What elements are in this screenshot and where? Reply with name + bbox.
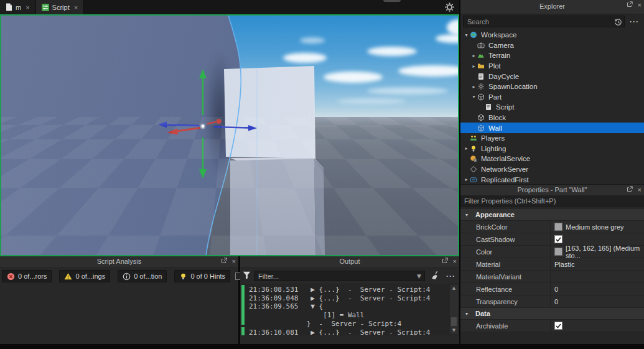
section-label: Appearance <box>475 211 515 218</box>
undock-icon[interactable] <box>442 258 448 266</box>
output-log[interactable]: 21:36:08.531 ▶ {...} - Server - Script:4… <box>240 284 459 335</box>
property-value[interactable] <box>550 320 644 332</box>
tree-item-workspace[interactable]: ▾Workspace <box>460 30 644 40</box>
output-menu-icon[interactable]: ··· <box>446 272 455 281</box>
output-filter-dropdown[interactable]: Filter... ▼ <box>254 271 425 281</box>
tree-item-materialservice[interactable]: MaterialService <box>460 154 644 164</box>
output-line[interactable]: 21:36:10.081 ▶ {...} - Server - Script:4 <box>249 328 448 335</box>
badge-errors[interactable]: 0 of...rors <box>2 270 52 282</box>
close-icon[interactable]: × <box>74 4 78 11</box>
collapse-arrow-icon[interactable]: ▾ <box>465 311 472 317</box>
explorer-menu-icon[interactable]: ··· <box>630 17 639 26</box>
section-header-appearance[interactable]: ▾Appearance <box>460 209 644 221</box>
close-icon[interactable]: × <box>453 258 457 266</box>
filter-funnel-icon[interactable] <box>243 271 251 282</box>
tree-item-script[interactable]: Script <box>460 102 644 113</box>
undock-icon[interactable] <box>221 258 227 266</box>
output-line[interactable]: [1] = Wall <box>249 311 448 320</box>
tree-item-daycycle[interactable]: DayCycle <box>460 71 644 81</box>
property-value[interactable]: Medium stone grey <box>550 221 644 233</box>
tree-item-label: MaterialService <box>481 155 530 162</box>
property-value[interactable]: Plastic <box>550 258 644 270</box>
expand-arrow[interactable]: ▸ <box>463 177 470 182</box>
search-input[interactable] <box>464 16 624 27</box>
badge-infos[interactable]: 0 of...tion <box>118 270 167 282</box>
property-row-color[interactable]: Color[163, 162, 165] (Medium sto... <box>460 246 644 258</box>
tree-item-part[interactable]: ▾Part <box>460 92 644 103</box>
tree-item-terrain[interactable]: ▸Terrain <box>460 50 644 61</box>
property-value[interactable]: 0 <box>550 283 644 295</box>
3d-viewport[interactable] <box>0 14 459 256</box>
undock-icon[interactable] <box>627 1 633 9</box>
checkbox-checked[interactable] <box>554 322 562 330</box>
scrollbar-thumb[interactable] <box>451 317 457 326</box>
property-row-reflectance[interactable]: Reflectance0 <box>460 283 644 295</box>
tree-item-lighting[interactable]: ▸Lighting <box>460 144 644 154</box>
expand-arrow[interactable]: ▸ <box>463 146 470 151</box>
properties-filter-input[interactable] <box>460 195 644 206</box>
tab-label: m <box>16 4 21 11</box>
output-line[interactable]: 21:36:09.048 ▶ {...} - Server - Script:4 <box>249 294 448 303</box>
checkbox-checked[interactable] <box>554 235 562 243</box>
tab-script[interactable]: Script × <box>36 0 85 14</box>
property-row-transparency[interactable]: Transparency0 <box>460 295 644 308</box>
property-row-archivable[interactable]: Archivable <box>460 320 644 332</box>
close-icon[interactable]: × <box>26 4 29 11</box>
tree-item-label: Terrain <box>488 52 510 59</box>
property-row-brickcolor[interactable]: BrickColorMedium stone grey <box>460 221 644 233</box>
cloud <box>337 98 406 104</box>
tree-item-players[interactable]: Players <box>460 133 644 144</box>
tree-item-label: Plot <box>488 62 501 70</box>
expand-arrow[interactable]: ▸ <box>470 63 477 69</box>
panel-header: Script Analysis × <box>0 256 238 268</box>
output-scrollbar[interactable]: ▲ ▼ <box>450 285 458 334</box>
gear-icon[interactable] <box>444 2 455 12</box>
tree-item-label: Workspace <box>481 31 516 39</box>
property-value[interactable] <box>550 271 644 282</box>
collapse-arrow-icon[interactable]: ▾ <box>465 212 472 218</box>
badge-hints[interactable]: 0 of 0 Hints <box>174 270 230 282</box>
tree-item-spawnlocation[interactable]: ▸SpawnLocation <box>460 81 644 92</box>
close-icon[interactable]: × <box>638 1 642 9</box>
scroll-up-icon[interactable]: ▲ <box>450 285 458 292</box>
property-value[interactable] <box>550 233 644 245</box>
tree-item-camera[interactable]: Camera <box>460 40 644 51</box>
section-header-data[interactable]: ▾Data <box>460 308 644 320</box>
cloud <box>367 87 448 95</box>
close-icon[interactable]: × <box>638 186 642 194</box>
tree-item-block[interactable]: Block <box>460 113 644 123</box>
undock-icon[interactable] <box>627 186 633 194</box>
close-icon[interactable]: × <box>232 258 236 266</box>
color-swatch[interactable] <box>554 223 562 231</box>
tree-item-plot[interactable]: ▸Plot <box>460 61 644 72</box>
tree-item-networkserver[interactable]: NetworkServer <box>460 164 644 175</box>
property-row-materialvariant[interactable]: MaterialVariant <box>460 271 644 283</box>
cloud <box>367 47 417 56</box>
chevron-down-icon: ▼ <box>417 271 421 282</box>
tree-item-replicatedfirst[interactable]: ▸ReplicatedFirst <box>460 174 644 184</box>
clear-output-icon[interactable] <box>431 271 440 282</box>
scroll-down-icon[interactable]: ▼ <box>450 327 458 334</box>
replicated-icon <box>470 176 478 184</box>
expand-arrow[interactable]: ▾ <box>463 32 470 38</box>
output-line[interactable]: } - Server - Script:4 <box>249 320 448 328</box>
explorer-search-row: ··· <box>460 14 644 29</box>
output-line[interactable]: 21:36:08.531 ▶ {...} - Server - Script:4 <box>249 286 448 294</box>
tree-item-wall[interactable]: Wall <box>460 123 644 133</box>
property-value[interactable]: [163, 162, 165] (Medium sto... <box>550 246 644 258</box>
search-history-icon[interactable] <box>614 17 622 29</box>
property-value[interactable]: 0 <box>550 295 644 307</box>
script-analysis-toolbar: 0 of...rors0 of...ings0 of...tion0 of 0 … <box>0 268 238 284</box>
expand-arrow[interactable]: ▾ <box>470 94 477 100</box>
properties-header: Properties - Part "Wall" × <box>460 184 644 196</box>
property-row-material[interactable]: MaterialPlastic <box>460 258 644 271</box>
panel-title: Properties - Part "Wall" <box>460 186 644 193</box>
expand-arrow[interactable]: ▸ <box>470 53 477 58</box>
output-toolbar: Filter... ▼ ··· <box>240 268 459 284</box>
tab-place[interactable]: m × <box>0 0 36 14</box>
property-name: CastShadow <box>460 236 550 243</box>
output-line[interactable]: 21:36:09.565 ▼ { <box>249 302 448 311</box>
color-swatch[interactable] <box>554 248 562 256</box>
expand-arrow[interactable]: ▸ <box>470 84 477 90</box>
badge-warnings[interactable]: 0 of...ings <box>59 270 110 282</box>
